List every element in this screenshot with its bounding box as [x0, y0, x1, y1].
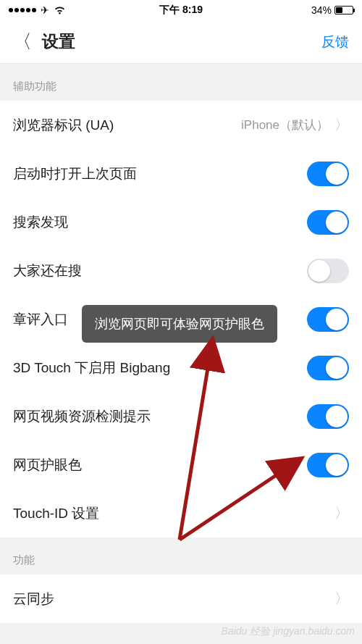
- row-eye-color: 网页护眼色: [0, 440, 362, 489]
- row-bigbang: 3D Touch 下启用 Bigbang: [0, 343, 362, 392]
- row-bigbang-label: 3D Touch 下启用 Bigbang: [13, 359, 170, 377]
- row-cloud-sync-label: 云同步: [13, 590, 54, 609]
- airplane-icon: ✈: [41, 4, 49, 16]
- tooltip-eye-color: 浏览网页即可体验网页护眼色: [82, 305, 277, 343]
- row-ua[interactable]: 浏览器标识 (UA) iPhone（默认） 〉: [0, 101, 362, 149]
- row-ua-label: 浏览器标识 (UA): [13, 116, 114, 135]
- wifi-icon: [54, 6, 66, 15]
- section-header-func: 功能: [0, 538, 362, 574]
- toggle-bigbang[interactable]: [307, 356, 349, 380]
- status-bar: ✈ 下午 8:19 34%: [0, 0, 362, 20]
- row-review-entry-label: 章评入口: [13, 310, 68, 329]
- battery-fill: [336, 7, 342, 13]
- watermark: Baidu 经验 jingyan.baidu.com: [222, 625, 355, 638]
- chevron-right-icon: 〉: [334, 503, 349, 523]
- row-restore-last: 启动时打开上次页面: [0, 149, 362, 198]
- row-everyone-search: 大家还在搜: [0, 246, 362, 295]
- battery-icon: [334, 6, 353, 14]
- chevron-right-icon: 〉: [334, 589, 349, 609]
- chevron-right-icon: 〉: [334, 115, 349, 135]
- row-ua-value: iPhone（默认）: [241, 117, 329, 133]
- signal-dots: [9, 8, 36, 12]
- battery-percent: 34%: [311, 4, 332, 16]
- toggle-review-entry[interactable]: [307, 307, 349, 332]
- row-video-detect: 网页视频资源检测提示: [0, 392, 362, 440]
- row-search-discover-label: 搜索发现: [13, 213, 68, 232]
- row-everyone-search-label: 大家还在搜: [13, 262, 82, 280]
- status-left: ✈: [9, 4, 66, 16]
- toggle-restore-last[interactable]: [307, 162, 349, 186]
- toggle-search-discover[interactable]: [307, 210, 349, 235]
- row-search-discover: 搜索发现: [0, 198, 362, 246]
- toggle-video-detect[interactable]: [307, 404, 349, 429]
- feedback-button[interactable]: 反馈: [321, 33, 349, 51]
- row-video-detect-label: 网页视频资源检测提示: [13, 407, 151, 426]
- row-eye-color-label: 网页护眼色: [13, 456, 82, 474]
- row-restore-last-label: 启动时打开上次页面: [13, 164, 137, 183]
- row-cloud-sync[interactable]: 云同步 〉: [0, 574, 362, 623]
- toggle-eye-color[interactable]: [307, 453, 349, 477]
- list-func: 云同步 〉: [0, 574, 362, 623]
- nav-bar: 〈 设置 反馈: [0, 20, 362, 64]
- status-time: 下午 8:19: [159, 4, 203, 17]
- section-header-assist: 辅助功能: [0, 64, 362, 101]
- page-title: 设置: [42, 30, 75, 53]
- row-touchid[interactable]: Touch-ID 设置 〉: [0, 489, 362, 538]
- back-button[interactable]: 〈: [13, 29, 32, 54]
- status-right: 34%: [311, 4, 353, 16]
- row-touchid-label: Touch-ID 设置: [13, 504, 99, 523]
- toggle-everyone-search[interactable]: [307, 259, 349, 283]
